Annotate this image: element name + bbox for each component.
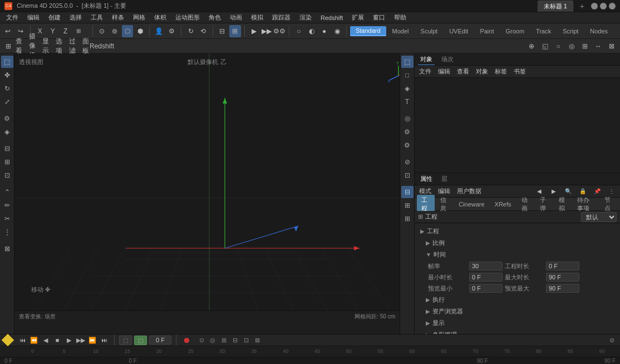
menu-角色[interactable]: 角色 [205,12,225,23]
add-tab-btn[interactable]: + [578,2,587,11]
minimize-btn[interactable] [591,3,598,9]
display-btn[interactable]: 显示 [42,40,55,52]
tl-icon6[interactable]: ⊠ [252,335,262,345]
menu-运动图形[interactable]: 运动图形 [171,12,204,23]
doc-tab[interactable]: 未标题 1 [538,1,573,12]
right-icon-11[interactable]: ⊞ [401,199,414,211]
tl-icon5[interactable]: ⊡ [241,335,251,345]
menu-体积[interactable]: 体积 [150,12,170,23]
redshift-btn[interactable]: Redshift [96,40,108,52]
right-icon-4[interactable]: T [401,96,414,108]
coord-all[interactable]: ⊞ [72,25,85,37]
fps-value[interactable]: 30 [469,262,503,270]
tool-13[interactable]: ⋮ [1,226,13,238]
menu-选择[interactable]: 选择 [66,12,86,23]
select-tool-btn[interactable]: ⬚ [1,56,13,68]
menu-模拟[interactable]: 模拟 [247,12,267,23]
settings-btn[interactable]: ⚙ [166,25,178,37]
tool-8[interactable]: ⊞ [1,156,13,168]
keyframe-indicator[interactable] [2,334,14,347]
prevmax-value[interactable]: 90 F [546,284,579,293]
menu-窗口[interactable]: 窗口 [369,12,389,23]
mode-tab-standard[interactable]: Standard [350,26,386,36]
project-section-header[interactable]: ▶ 工程 [417,225,618,237]
select-btn[interactable]: ⬢ [134,25,146,37]
vp-icon6[interactable]: ↔ [592,40,604,52]
rot2-tool[interactable]: ⟲ [198,25,209,37]
tool-11[interactable]: ✏ [1,199,13,211]
play-prev-key[interactable]: ⏪ [28,335,40,345]
view-btn[interactable]: 查看 [16,40,28,52]
tl-icon-end[interactable]: ⊘ [607,335,617,345]
right-icon-1[interactable]: ⬚ [401,56,414,68]
play-btn[interactable]: ▶ [248,25,260,37]
right-icon-10[interactable]: ⊟ [401,186,414,198]
record-btn[interactable]: ⏺ [181,335,192,345]
camera-btn[interactable]: 摄像机 [29,40,41,52]
move-tool-sidebar[interactable]: ✤ [1,69,13,81]
vp-icon1[interactable]: ⊕ [525,40,538,52]
coord-z[interactable]: Z [60,25,72,37]
props-tab-cineware[interactable]: Cineware [454,200,489,209]
play-forward[interactable]: ▶ [63,335,75,345]
frame-input[interactable]: 0 F [149,336,171,345]
tl-icon4[interactable]: ⊟ [230,335,240,345]
frame-mode-1[interactable]: ⬚ [119,336,132,345]
vp-icon5[interactable]: ⊞ [579,40,591,52]
play-next-key[interactable]: ⏩ [87,335,98,345]
obj-menu-标签[interactable]: 标签 [493,67,509,76]
maximize-btn[interactable] [600,3,607,9]
mode-tab-model[interactable]: Model [387,27,415,36]
snap2-btn[interactable]: ⊚ [109,25,121,37]
viewport[interactable]: Z Y X 透视视图 默认摄像机 乙 移动 ✤ 查看变换: 场景 网格间距: 5… [14,53,400,334]
viewport-canvas[interactable]: Z Y X 透视视图 默认摄像机 乙 移动 ✤ [14,53,400,311]
tab-scene[interactable]: 场次 [439,54,456,65]
tool-7[interactable]: ⊟ [1,142,13,155]
props-dropdown[interactable]: 默认 [581,212,617,222]
tool-10[interactable]: ⌃ [1,186,13,198]
tab-objects[interactable]: 对象 [418,54,435,65]
frame-mode-2[interactable]: ⬚ [134,336,147,345]
obj-menu-编辑[interactable]: 编辑 [436,67,452,76]
props-tab-xrefs[interactable]: XRefs [490,200,516,209]
props-menu-edit[interactable]: 编辑 [436,187,452,195]
tool-6[interactable]: ◈ [1,126,13,138]
cfg-btn[interactable]: ⚙⚙ [273,25,286,37]
coord-y[interactable]: Y [47,25,59,37]
vp-icon7[interactable]: ⊠ [606,40,618,52]
tool-12[interactable]: ✂ [1,213,13,225]
menu-编辑[interactable]: 编辑 [23,12,43,23]
right-icon-2[interactable]: □ [401,69,414,81]
right-icon-6[interactable]: ⚙ [401,126,414,138]
scale-section-header[interactable]: ▶ 比例 [417,237,618,249]
align-2[interactable]: ⊞ [229,25,241,37]
right-icon-12[interactable]: ⊞ [401,213,414,225]
obj2-btn[interactable]: ◐ [306,25,317,37]
grid-btn[interactable]: ⊞ [2,40,14,52]
right-icon-7[interactable]: ⚙ [401,139,414,151]
menu-工具[interactable]: 工具 [87,12,107,23]
mode-tab-sculpt[interactable]: Sculpt [415,27,444,36]
mode-tab-nodes[interactable]: Nodes [584,27,613,36]
maxtime-value[interactable]: 90 F [546,273,579,282]
right-icon-5[interactable]: ◎ [401,112,414,125]
proj-len-value[interactable]: 0 F [546,262,579,270]
menu-渲染[interactable]: 渲染 [296,12,316,23]
asset-section[interactable]: ▶ 资产浏览器 [417,306,618,317]
props-menu-userdata[interactable]: 用户数据 [455,187,484,195]
menu-样条[interactable]: 样条 [108,12,128,23]
play-to-end[interactable]: ⏭ [99,335,110,345]
tool-5[interactable]: ⚙ [1,112,13,125]
menu-文件[interactable]: 文件 [2,12,22,23]
vp-icon3[interactable]: ○ [552,40,564,52]
play2-btn[interactable]: ▶▶ [261,25,273,37]
play-next-frame[interactable]: ▶▶ [75,335,86,345]
menu-网格[interactable]: 网格 [129,12,149,23]
display-section[interactable]: ▶ 显示 [417,317,618,329]
obj-menu-书签[interactable]: 书签 [511,67,528,76]
mintime-value[interactable]: 0 F [469,273,503,282]
tool-9[interactable]: ⊡ [1,169,13,181]
tl-icon2[interactable]: ◎ [208,335,218,345]
options-btn[interactable]: 选项 [56,40,68,52]
redo-btn[interactable]: ↪ [15,25,27,37]
